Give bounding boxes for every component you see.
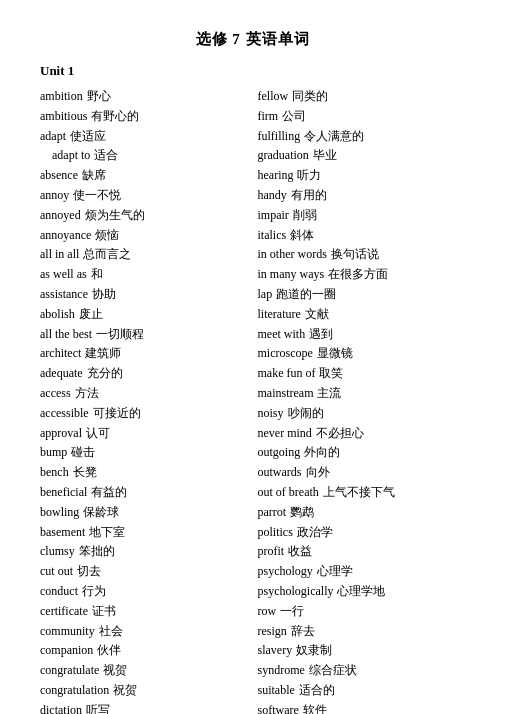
chinese-meaning: 吵闹的 — [288, 404, 324, 424]
english-word: all the best — [40, 325, 92, 345]
vocabulary-entry: assistance协助 — [40, 285, 248, 305]
english-word: approval — [40, 424, 82, 444]
left-column: ambition野心ambitious有野心的adapt使适应adapt to适… — [40, 87, 248, 714]
chinese-meaning: 有益的 — [91, 483, 127, 503]
english-word: make fun of — [258, 364, 316, 384]
vocabulary-entry: make fun of取笑 — [258, 364, 466, 384]
chinese-meaning: 在很多方面 — [328, 265, 388, 285]
vocabulary-entry: beneficial有益的 — [40, 483, 248, 503]
english-word: all in all — [40, 245, 79, 265]
vocabulary-entry: congratulate视贺 — [40, 661, 248, 681]
vocabulary-entry: meet with遇到 — [258, 325, 466, 345]
vocabulary-entry: mainstream主流 — [258, 384, 466, 404]
chinese-meaning: 毕业 — [313, 146, 337, 166]
vocabulary-entry: all the best一切顺程 — [40, 325, 248, 345]
vocabulary-entry: italics斜体 — [258, 226, 466, 246]
chinese-meaning: 证书 — [92, 602, 116, 622]
vocabulary-entry: ambition野心 — [40, 87, 248, 107]
vocabulary-entry: ambitious有野心的 — [40, 107, 248, 127]
vocabulary-entry: absence缺席 — [40, 166, 248, 186]
chinese-meaning: 使适应 — [70, 127, 106, 147]
english-word: annoyed — [40, 206, 81, 226]
english-word: conduct — [40, 582, 78, 602]
english-word: congratulate — [40, 661, 99, 681]
chinese-meaning: 同类的 — [292, 87, 328, 107]
vocabulary-entry: never mind不必担心 — [258, 424, 466, 444]
chinese-meaning: 笨拙的 — [79, 542, 115, 562]
english-word: cut out — [40, 562, 73, 582]
chinese-meaning: 跑道的一圈 — [276, 285, 336, 305]
vocabulary-entry: psychology心理学 — [258, 562, 466, 582]
chinese-meaning: 心理学 — [317, 562, 353, 582]
english-word: psychology — [258, 562, 313, 582]
vocabulary-entry: approval认可 — [40, 424, 248, 444]
english-word: outgoing — [258, 443, 301, 463]
vocabulary-entry: graduation毕业 — [258, 146, 466, 166]
chinese-meaning: 社会 — [99, 622, 123, 642]
english-word: bench — [40, 463, 69, 483]
chinese-meaning: 建筑师 — [85, 344, 121, 364]
vocabulary-entry: annoyance烦恼 — [40, 226, 248, 246]
english-word: absence — [40, 166, 78, 186]
vocabulary-entry: fellow同类的 — [258, 87, 466, 107]
vocabulary-entry: hearing听力 — [258, 166, 466, 186]
english-word: out of breath — [258, 483, 319, 503]
english-word: in other words — [258, 245, 327, 265]
chinese-meaning: 遇到 — [309, 325, 333, 345]
chinese-meaning: 野心 — [87, 87, 111, 107]
english-word: noisy — [258, 404, 284, 424]
english-word: abolish — [40, 305, 75, 325]
chinese-meaning: 上气不接下气 — [323, 483, 395, 503]
english-word: parrot — [258, 503, 287, 523]
chinese-meaning: 认可 — [86, 424, 110, 444]
chinese-meaning: 显微镜 — [317, 344, 353, 364]
english-word: bump — [40, 443, 67, 463]
chinese-meaning: 鹦鹉 — [290, 503, 314, 523]
english-word: as well as — [40, 265, 87, 285]
chinese-meaning: 适合 — [94, 146, 118, 166]
chinese-meaning: 听力 — [297, 166, 321, 186]
vocabulary-entry: conduct行为 — [40, 582, 248, 602]
vocabulary-entry: noisy吵闹的 — [258, 404, 466, 424]
english-word: congratulation — [40, 681, 109, 701]
vocabulary-entry: literature文献 — [258, 305, 466, 325]
vocabulary-entry: software软件 — [258, 701, 466, 714]
english-word: architect — [40, 344, 81, 364]
english-word: community — [40, 622, 95, 642]
chinese-meaning: 行为 — [82, 582, 106, 602]
english-word: lap — [258, 285, 273, 305]
chinese-meaning: 长凳 — [73, 463, 97, 483]
english-word: italics — [258, 226, 287, 246]
vocabulary-entry: bump碰击 — [40, 443, 248, 463]
vocabulary-entry: profit收益 — [258, 542, 466, 562]
chinese-meaning: 烦为生气的 — [85, 206, 145, 226]
english-word: suitable — [258, 681, 295, 701]
chinese-meaning: 碰击 — [71, 443, 95, 463]
english-word: annoyance — [40, 226, 91, 246]
vocabulary-entry: microscope显微镜 — [258, 344, 466, 364]
chinese-meaning: 总而言之 — [83, 245, 131, 265]
vocabulary-entry: dictation听写 — [40, 701, 248, 714]
vocabulary-entry: cut out切去 — [40, 562, 248, 582]
vocabulary-entry: annoy使一不悦 — [40, 186, 248, 206]
english-word: ambitious — [40, 107, 87, 127]
english-word: never mind — [258, 424, 312, 444]
vocabulary-entry: annoyed烦为生气的 — [40, 206, 248, 226]
vocabulary-entry: companion伙伴 — [40, 641, 248, 661]
vocabulary-entry: community社会 — [40, 622, 248, 642]
vocabulary-entry: certificate证书 — [40, 602, 248, 622]
english-word: profit — [258, 542, 285, 562]
english-word: assistance — [40, 285, 88, 305]
chinese-meaning: 公司 — [282, 107, 306, 127]
chinese-meaning: 有用的 — [291, 186, 327, 206]
chinese-meaning: 充分的 — [87, 364, 123, 384]
english-word: outwards — [258, 463, 302, 483]
vocabulary-entry: firm公司 — [258, 107, 466, 127]
english-word: mainstream — [258, 384, 314, 404]
english-word: annoy — [40, 186, 69, 206]
chinese-meaning: 政治学 — [297, 523, 333, 543]
vocabulary-entry: bench长凳 — [40, 463, 248, 483]
english-word: beneficial — [40, 483, 87, 503]
english-word: politics — [258, 523, 293, 543]
english-word: row — [258, 602, 277, 622]
